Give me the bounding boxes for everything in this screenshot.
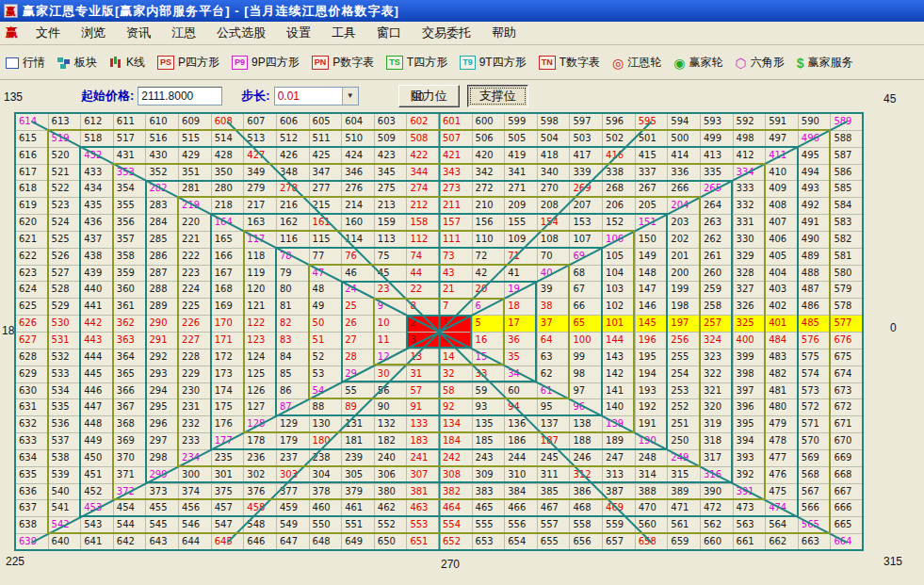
grid-cell[interactable]: 45 <box>375 266 408 283</box>
grid-cell[interactable]: 260 <box>701 266 734 283</box>
grid-cell[interactable]: 424 <box>342 148 375 165</box>
grid-cell[interactable]: 596 <box>603 114 636 131</box>
grid-cell[interactable]: 628 <box>16 349 49 366</box>
grid-cell[interactable]: 556 <box>505 517 538 534</box>
menu-item-4[interactable]: 江恩 <box>161 22 206 44</box>
grid-cell[interactable]: 69 <box>570 249 603 266</box>
grid-cell[interactable]: 559 <box>603 517 636 534</box>
grid-cell[interactable]: 586 <box>831 165 864 182</box>
grid-cell[interactable]: 445 <box>81 366 114 383</box>
grid-cell[interactable]: 520 <box>49 148 82 165</box>
grid-cell[interactable]: 198 <box>668 299 701 316</box>
grid-cell[interactable]: 418 <box>538 148 571 165</box>
menu-item-2[interactable]: 浏览 <box>71 22 116 44</box>
grid-cell[interactable]: 533 <box>49 366 82 383</box>
grid-cell[interactable]: 645 <box>212 534 245 551</box>
grid-cell[interactable]: 604 <box>342 114 375 131</box>
grid-cell[interactable]: 405 <box>766 249 799 266</box>
grid-cell[interactable]: 312 <box>570 467 603 484</box>
grid-cell[interactable]: 329 <box>734 249 767 266</box>
grid-cell[interactable]: 229 <box>179 366 212 383</box>
grid-cell[interactable]: 141 <box>603 383 636 400</box>
grid-cell[interactable]: 120 <box>244 282 277 299</box>
grid-cell[interactable]: 241 <box>407 450 440 467</box>
grid-cell[interactable]: 188 <box>570 433 603 450</box>
grid-cell[interactable]: 213 <box>375 198 408 215</box>
grid-cell[interactable]: 605 <box>310 114 343 131</box>
grid-cell[interactable]: 554 <box>440 517 473 534</box>
grid-cell[interactable]: 573 <box>799 383 832 400</box>
grid-cell[interactable]: 79 <box>277 266 310 283</box>
grid-cell[interactable]: 170 <box>212 316 245 333</box>
grid-cell[interactable]: 539 <box>49 467 82 484</box>
grid-cell[interactable]: 294 <box>146 383 179 400</box>
grid-cell[interactable]: 30 <box>375 366 408 383</box>
grid-cell[interactable]: 101 <box>603 316 636 333</box>
grid-cell[interactable]: 39 <box>538 282 571 299</box>
grid-cell[interactable]: 431 <box>114 148 147 165</box>
grid-cell[interactable]: 426 <box>277 148 310 165</box>
grid-cell[interactable]: 5 <box>473 316 506 333</box>
grid-cell[interactable]: 133 <box>407 416 440 433</box>
grid-cell[interactable]: 493 <box>799 181 832 198</box>
grid-cell[interactable]: 21 <box>440 282 473 299</box>
grid-cell[interactable]: 78 <box>277 249 310 266</box>
grid-cell[interactable]: 570 <box>799 433 832 450</box>
grid-cell[interactable]: 189 <box>603 433 636 450</box>
grid-cell[interactable]: 360 <box>114 282 147 299</box>
grid-cell[interactable]: 288 <box>146 282 179 299</box>
grid-cell[interactable]: 128 <box>244 416 277 433</box>
grid-cell[interactable]: 455 <box>146 500 179 517</box>
grid-cell[interactable]: 324 <box>701 333 734 349</box>
grid-cell[interactable]: 414 <box>668 148 701 165</box>
grid-cell[interactable]: 411 <box>766 148 799 165</box>
grid-cell[interactable]: 203 <box>668 215 701 232</box>
grid-cell[interactable]: 337 <box>636 165 669 182</box>
grid-cell[interactable]: 313 <box>603 467 636 484</box>
grid-cell[interactable]: 295 <box>146 399 179 416</box>
grid-cell[interactable]: 577 <box>831 316 864 333</box>
grid-cell[interactable]: 262 <box>701 232 734 249</box>
grid-cell[interactable]: 342 <box>473 165 506 182</box>
grid-cell[interactable]: 91 <box>407 399 440 416</box>
grid-cell[interactable]: 654 <box>505 534 538 551</box>
grid-cell[interactable]: 309 <box>473 467 506 484</box>
grid-cell[interactable]: 208 <box>538 198 571 215</box>
grid-cell[interactable]: 204 <box>668 198 701 215</box>
grid-cell[interactable]: 662 <box>766 534 799 551</box>
grid-cell[interactable]: 388 <box>636 484 669 501</box>
grid-cell[interactable]: 284 <box>146 215 179 232</box>
grid-cell[interactable]: 484 <box>766 333 799 349</box>
grid-cell[interactable]: 448 <box>81 416 114 433</box>
grid-cell[interactable]: 330 <box>734 232 767 249</box>
grid-cell[interactable]: 472 <box>701 500 734 517</box>
grid-cell[interactable]: 357 <box>114 232 147 249</box>
grid-cell[interactable]: 173 <box>212 366 245 383</box>
grid-cell[interactable]: 475 <box>766 484 799 501</box>
grid-cell[interactable]: 562 <box>701 517 734 534</box>
grid-cell[interactable]: 11 <box>375 333 408 349</box>
grid-cell[interactable]: 256 <box>668 333 701 349</box>
grid-cell[interactable]: 36 <box>505 333 538 349</box>
grid-cell[interactable]: 303 <box>277 467 310 484</box>
grid-cell[interactable]: 192 <box>636 399 669 416</box>
grid-cell[interactable]: 503 <box>570 131 603 148</box>
grid-cell[interactable]: 161 <box>310 215 343 232</box>
grid-cell[interactable]: 456 <box>179 500 212 517</box>
grid-cell[interactable]: 121 <box>244 299 277 316</box>
grid-cell[interactable]: 240 <box>375 450 408 467</box>
grid-cell[interactable]: 561 <box>668 517 701 534</box>
grid-cell[interactable]: 263 <box>701 215 734 232</box>
grid-cell[interactable]: 341 <box>505 165 538 182</box>
grid-cell[interactable]: 387 <box>603 484 636 501</box>
grid-cell[interactable]: 99 <box>570 349 603 366</box>
grid-cell[interactable]: 590 <box>799 114 832 131</box>
grid-cell[interactable]: 290 <box>146 316 179 333</box>
grid-cell[interactable]: 423 <box>375 148 408 165</box>
grid-cell[interactable]: 200 <box>668 266 701 283</box>
grid-cell[interactable]: 676 <box>831 333 864 349</box>
grid-cell[interactable]: 24 <box>342 282 375 299</box>
toolbar-button-T数字表[interactable]: TNT数字表 <box>539 55 600 71</box>
grid-cell[interactable]: 396 <box>734 399 767 416</box>
grid-cell[interactable]: 67 <box>570 282 603 299</box>
